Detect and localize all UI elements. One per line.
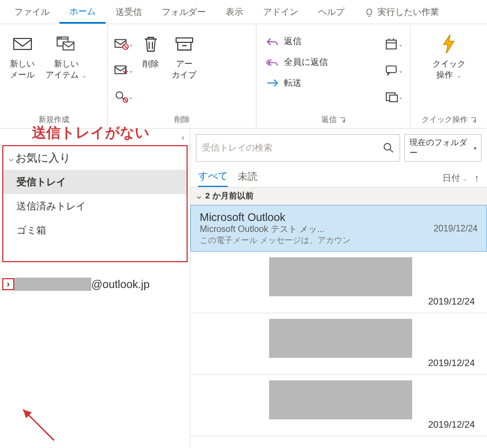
lightning-icon [439, 34, 459, 54]
junk-button[interactable]: ⌄ [112, 84, 135, 110]
chevron-down-icon: ⌄ [129, 68, 133, 74]
filter-unread[interactable]: 未読 [238, 170, 258, 186]
message-date: 2019/12/24 [434, 224, 478, 235]
sort-direction-icon[interactable]: ↑ [474, 173, 479, 184]
svg-rect-0 [14, 38, 31, 49]
more-button[interactable]: ⌄ [382, 84, 406, 110]
tab-help[interactable]: ヘルプ [308, 1, 354, 23]
annotation-text: 送信トレイがない [32, 123, 150, 142]
cleanup-button[interactable]: ⌄ [112, 57, 135, 84]
message-item[interactable]: 2019/12/24 [190, 252, 487, 313]
group-label-reply: 返信 [256, 113, 410, 128]
reply-all-button[interactable]: 全員に返信 [261, 52, 380, 73]
menu-tabs: ファイル ホーム 送受信 フォルダー 表示 アドイン ヘルプ 実行したい作業 [0, 0, 487, 24]
tellme-label: 実行したい作業 [377, 7, 439, 18]
tab-file[interactable]: ファイル [4, 1, 59, 23]
message-date: 2019/12/24 [428, 296, 478, 307]
chevron-down-icon: ⌄ [82, 73, 86, 79]
reply-all-label: 全員に返信 [284, 57, 328, 68]
group-label-quick: クイック操作 [411, 113, 487, 128]
reply-label: 返信 [284, 36, 302, 47]
search-input[interactable]: 受信トレイの検索 [196, 134, 400, 162]
redacted-block [269, 257, 412, 296]
chevron-down-icon: ⌄ [129, 41, 133, 47]
account-name-redacted [14, 278, 91, 291]
reply-all-icon [266, 56, 278, 68]
chevron-down-icon: ⌵ [197, 192, 201, 200]
annotation-arrow-icon [20, 406, 64, 448]
search-scope-dropdown[interactable]: 現在のフォルダー ▾ [404, 134, 481, 162]
svg-line-13 [23, 410, 54, 440]
expand-account-icon[interactable]: › [2, 278, 14, 290]
svg-rect-9 [386, 40, 396, 49]
tab-addin[interactable]: アドイン [253, 1, 308, 23]
scope-label: 現在のフォルダー [409, 137, 473, 158]
ribbon: 新しい メール 新しい アイテム ⌄ 新規作成 ⌄ ⌄ [0, 24, 487, 129]
chevron-down-icon: ⌵ [9, 154, 13, 163]
message-subject: Microsoft Outlook テスト メッ... [200, 224, 325, 235]
message-list-pane: 受信トレイの検索 現在のフォルダー ▾ すべて 未読 日付 ⌵ ↑ ⌵ 2 か月… [190, 129, 487, 448]
svg-rect-10 [386, 66, 396, 73]
delete-button[interactable]: 削除 [135, 31, 166, 73]
message-item[interactable]: 2019/12/24 [190, 375, 487, 436]
mail-icon [13, 34, 32, 54]
redacted-block [269, 319, 412, 358]
tab-tellme[interactable]: 実行したい作業 [354, 1, 449, 23]
meeting-button[interactable]: ⌄ [382, 31, 406, 57]
message-item[interactable]: Microsoft Outlook Microsoft Outlook テスト … [190, 205, 487, 252]
ribbon-group-reply: 返信 全員に返信 転送 ⌄ [256, 24, 411, 128]
redacted-block [269, 380, 412, 419]
forward-icon [266, 77, 278, 89]
tab-home[interactable]: ホーム [59, 1, 106, 24]
ribbon-group-quick: クイック 操作 ⌄ クイック操作 [411, 24, 487, 128]
tab-view[interactable]: 表示 [216, 1, 253, 23]
search-placeholder: 受信トレイの検索 [202, 142, 272, 154]
forward-label: 転送 [284, 78, 302, 89]
message-preview: この電子メール メッセージは、アカウン [200, 235, 478, 246]
favorites-header[interactable]: ⌵ お気に入り [3, 146, 187, 170]
quick-steps-button[interactable]: クイック 操作 ⌄ [427, 31, 471, 83]
chevron-down-icon: ⌄ [398, 41, 403, 47]
reply-button[interactable]: 返信 [261, 31, 380, 52]
folder-sent[interactable]: 送信済みトレイ [3, 194, 187, 218]
filter-all[interactable]: すべて [198, 169, 228, 187]
new-mail-label: 新しい メール [10, 58, 35, 80]
new-mail-button[interactable]: 新しい メール [4, 31, 40, 83]
lightbulb-icon [364, 8, 374, 18]
chevron-down-icon: ⌄ [398, 68, 403, 74]
folder-trash[interactable]: ゴミ箱 [3, 218, 187, 242]
im-button[interactable]: ⌄ [382, 57, 406, 84]
new-items-button[interactable]: 新しい アイテム ⌄ [40, 31, 92, 83]
archive-button[interactable]: アー カイブ [166, 31, 202, 83]
account-row[interactable]: › @outlook.jp [0, 273, 190, 295]
new-items-icon [56, 34, 76, 54]
chevron-down-icon: ⌵ [463, 176, 467, 182]
svg-rect-2 [63, 42, 74, 49]
message-item[interactable]: 2019/12/24 [190, 313, 487, 375]
ribbon-group-new: 新しい メール 新しい アイテム ⌄ 新規作成 [0, 24, 108, 128]
folder-inbox[interactable]: 受信トレイ [3, 170, 187, 194]
sort-button[interactable]: 日付 ⌵ [442, 173, 467, 184]
ignore-button[interactable]: ⌄ [112, 31, 135, 57]
favorites-label: お気に入り [15, 151, 70, 165]
account-suffix: @outlook.jp [91, 278, 150, 291]
delete-label: 削除 [143, 58, 159, 69]
message-date: 2019/12/24 [428, 419, 478, 430]
archive-label: アー カイブ [172, 58, 196, 80]
group-header[interactable]: ⌵ 2 か月前以前 [190, 187, 487, 205]
group-label: 2 か月前以前 [205, 191, 254, 201]
chevron-down-icon: ▾ [474, 145, 477, 151]
message-date: 2019/12/24 [428, 358, 478, 369]
tab-sendreceive[interactable]: 送受信 [106, 1, 152, 23]
chevron-down-icon: ⌄ [398, 94, 403, 100]
ribbon-group-delete: ⌄ ⌄ ⌄ 削除 アー [108, 24, 256, 128]
reply-icon [266, 35, 278, 47]
dialog-launcher-icon[interactable] [339, 117, 346, 123]
collapse-nav-icon[interactable]: ‹ [182, 133, 184, 142]
forward-button[interactable]: 転送 [261, 73, 380, 93]
tab-folder[interactable]: フォルダー [152, 1, 216, 23]
dialog-launcher-icon[interactable] [470, 117, 477, 123]
svg-rect-12 [390, 95, 397, 102]
archive-icon [174, 34, 194, 54]
new-items-label: 新しい アイテム ⌄ [46, 58, 86, 80]
